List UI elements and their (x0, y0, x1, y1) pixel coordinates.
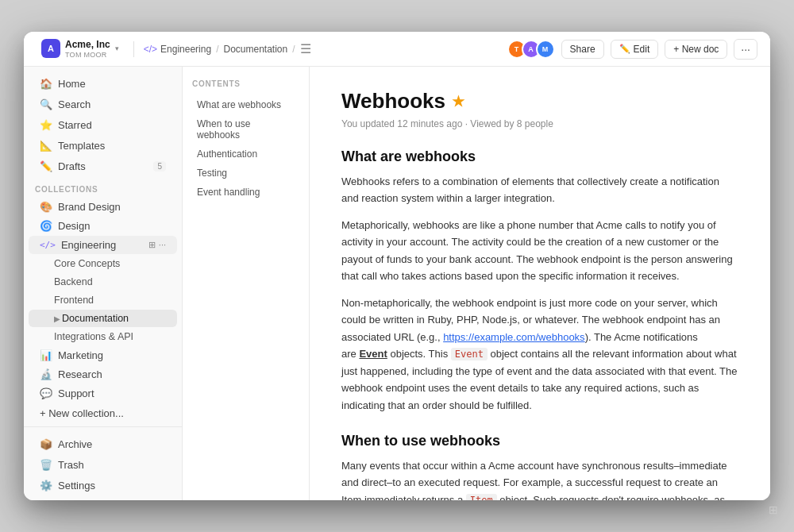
breadcrumb: </> Engineering / Documentation / ☰ (144, 41, 501, 56)
sidebar-item-marketing[interactable]: 📊 Marketing (29, 346, 177, 364)
sidebar-item-frontend[interactable]: Frontend (29, 291, 177, 309)
sidebar-item-search-label: Search (58, 98, 91, 110)
support-icon: 💬 (40, 387, 52, 399)
main-content: Webhooks ★ You updated 12 minutes ago · … (310, 67, 770, 500)
workspace-badge[interactable]: A Acme, Inc TOM MOOR ▾ (37, 36, 124, 61)
more-options-button[interactable]: ··· (734, 39, 757, 60)
toc-panel: Contents What are webhooks When to use w… (183, 67, 310, 500)
trash-icon: 🗑️ (40, 459, 52, 471)
sidebar-item-settings-label: Settings (58, 480, 95, 492)
section-what-p3: Non-metaphorically, the webhook endpoint… (341, 295, 738, 414)
engineering-actions: ⊞ ··· (148, 240, 166, 250)
sidebar-item-home[interactable]: 🏠 Home (29, 74, 177, 94)
star-icon[interactable]: ★ (452, 93, 464, 110)
doc-title: Webhooks ★ (341, 89, 738, 114)
sidebar-item-starred[interactable]: ⭐ Starred (29, 115, 177, 135)
toc-item-what[interactable]: What are webhooks (192, 96, 299, 114)
sidebar-item-archive[interactable]: 📦 Archive (29, 434, 177, 454)
sidebar-item-research[interactable]: 🔬 Research (29, 365, 177, 384)
sidebar-item-backend[interactable]: Backend (29, 273, 177, 291)
filter-icon[interactable]: ⊞ (148, 240, 156, 250)
section-what-title: What are webhooks (341, 148, 738, 165)
sidebar-item-research-label: Research (58, 368, 102, 380)
new-doc-button[interactable]: + New doc (665, 40, 727, 59)
toc-item-events[interactable]: Event handling (192, 183, 299, 201)
sidebar-item-support[interactable]: 💬 Support (29, 384, 177, 403)
breadcrumb-documentation[interactable]: Documentation (223, 44, 287, 55)
sidebar-item-brand-design-label: Brand Design (58, 201, 121, 213)
sidebar-item-search[interactable]: 🔍 Search (29, 94, 177, 114)
sidebar-item-new-collection[interactable]: + New collection... (29, 403, 177, 423)
top-bar: A Acme, Inc TOM MOOR ▾ </> Engineering /… (24, 32, 770, 67)
sidebar-item-marketing-label: Marketing (58, 349, 103, 361)
archive-icon: 📦 (40, 438, 52, 450)
settings-icon: ⚙️ (40, 480, 52, 492)
breadcrumb-engineering-label: Engineering (160, 44, 211, 55)
sidebar-item-trash[interactable]: 🗑️ Trash (29, 455, 177, 475)
sidebar-item-starred-label: Starred (58, 119, 92, 131)
code-icon: </> (144, 44, 157, 55)
sidebar-item-settings[interactable]: ⚙️ Settings (29, 476, 177, 495)
app-window: A Acme, Inc TOM MOOR ▾ </> Engineering /… (24, 32, 770, 500)
star-icon: ⭐ (40, 119, 52, 131)
doc-meta: You updated 12 minutes ago · Viewed by 8… (341, 118, 738, 129)
event-term-1: Event (359, 348, 387, 360)
event-code: Event (451, 348, 488, 360)
sidebar-item-integrations[interactable]: Integrations & API (29, 328, 177, 345)
breadcrumb-documentation-label: Documentation (223, 44, 287, 55)
sidebar-item-design[interactable]: 🌀 Design (29, 217, 177, 235)
drafts-icon: ✏️ (40, 160, 52, 172)
home-icon: 🏠 (40, 78, 52, 90)
toc-label: Contents (192, 79, 299, 88)
sidebar-item-drafts[interactable]: ✏️ Drafts 5 (29, 156, 177, 176)
sidebar-item-core-concepts[interactable]: Core Concepts (29, 255, 177, 272)
toc-item-auth[interactable]: Authentication (192, 145, 299, 163)
search-icon: 🔍 (40, 98, 52, 110)
sidebar-item-documentation[interactable]: ▶ Documentation (29, 310, 177, 327)
pencil-icon: ✏️ (619, 44, 630, 54)
design-icon: 🌀 (40, 220, 52, 232)
p3-part3: objects. This (387, 348, 451, 360)
toc-item-when[interactable]: When to use webhooks (192, 115, 299, 144)
workspace-info: Acme, Inc TOM MOOR (65, 39, 110, 58)
webhook-url-link[interactable]: https://example.com/webhooks (443, 331, 584, 343)
edit-label: Edit (634, 44, 650, 55)
section-when-p1: Many events that occur within a Acme acc… (341, 457, 738, 500)
sidebar-item-documentation-label: Documentation (62, 313, 129, 324)
avatar-stack: T A M (507, 40, 555, 59)
sidebar-item-design-label: Design (58, 220, 90, 232)
sidebar-item-home-label: Home (58, 78, 86, 90)
sidebar-item-engineering-label: Engineering (61, 239, 116, 251)
sidebar-item-trash-label: Trash (58, 459, 84, 471)
breadcrumb-engineering[interactable]: </> Engineering (144, 44, 211, 55)
item-code: Item (466, 494, 497, 500)
chevron-down-icon: ▾ (115, 44, 119, 52)
edit-button[interactable]: ✏️ Edit (611, 40, 659, 59)
marketing-icon: 📊 (40, 349, 52, 361)
sidebar: 🏠 Home 🔍 Search ⭐ Starred 📐 Templates ✏️… (24, 67, 183, 500)
brand-design-icon: 🎨 (40, 201, 52, 213)
avatar-3: M (536, 40, 555, 59)
sidebar-item-support-label: Support (58, 387, 94, 399)
section-what-p1: Webhooks refers to a combination of elem… (341, 173, 738, 207)
sidebar-item-brand-design[interactable]: 🎨 Brand Design (29, 198, 177, 216)
collections-label: Collections (24, 177, 182, 197)
chevron-right-icon: ▶ (54, 314, 60, 323)
sidebar-bottom: 📦 Archive 🗑️ Trash ⚙️ Settings + Invite … (24, 426, 182, 500)
section-when-title: When to use webhooks (341, 433, 738, 449)
sidebar-item-archive-label: Archive (58, 438, 92, 450)
section-what-p2: Metaphorically, webhooks are like a phon… (341, 217, 738, 285)
sidebar-item-engineering[interactable]: </> Engineering ⊞ ··· (29, 236, 177, 254)
breadcrumb-sep-1: / (216, 44, 218, 55)
share-button[interactable]: Share (561, 40, 604, 59)
doc-title-text: Webhooks (341, 89, 445, 114)
top-bar-right: T A M Share ✏️ Edit + New doc ··· (507, 39, 757, 60)
new-collection-label: + New collection... (40, 407, 124, 419)
breadcrumb-sep-2: / (292, 44, 295, 55)
more-icon[interactable]: ··· (159, 240, 166, 250)
sidebar-item-templates[interactable]: 📐 Templates (29, 136, 177, 156)
breadcrumb-menu-icon[interactable]: ☰ (300, 41, 311, 56)
body: 🏠 Home 🔍 Search ⭐ Starred 📐 Templates ✏️… (24, 67, 770, 500)
toc-item-testing[interactable]: Testing (192, 164, 299, 182)
sidebar-item-invite[interactable]: + Invite people... (29, 496, 177, 500)
